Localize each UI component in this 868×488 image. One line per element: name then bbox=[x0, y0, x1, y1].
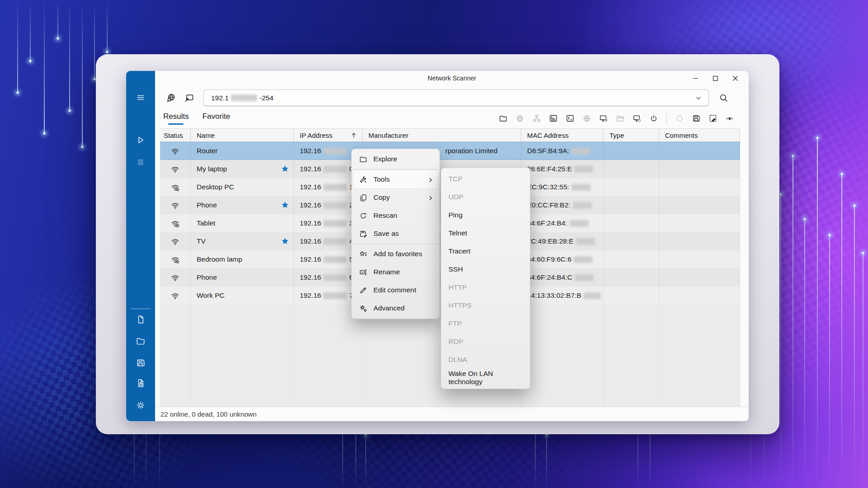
minimize-button[interactable] bbox=[688, 72, 703, 84]
rescan-icon bbox=[359, 211, 368, 220]
type-cell bbox=[604, 142, 659, 160]
name-cell: My laptop bbox=[191, 160, 294, 178]
advanced-icon bbox=[359, 304, 368, 313]
menu-item-save-as[interactable]: Save as bbox=[354, 225, 438, 243]
submenu-item-rdp: RDP bbox=[443, 333, 528, 351]
chevron-right-icon bbox=[426, 176, 435, 184]
name-cell: TV bbox=[191, 232, 294, 250]
submenu-item-tracert[interactable]: Tracert bbox=[443, 242, 528, 260]
sidebar-pause-scan-button bbox=[126, 153, 155, 171]
sidebar-new-file-button[interactable] bbox=[126, 310, 155, 328]
redacted-ip bbox=[323, 292, 347, 299]
globe-arrow-icon bbox=[515, 114, 524, 123]
light-beam bbox=[780, 194, 781, 488]
edit-icon bbox=[359, 286, 368, 295]
column-header-name[interactable]: Name bbox=[191, 129, 294, 141]
column-header-mac-address[interactable]: MAC Address bbox=[521, 129, 604, 141]
menu-item-copy[interactable]: Copy bbox=[354, 188, 438, 206]
terminal-icon bbox=[566, 114, 575, 123]
device-name: Work PC bbox=[197, 291, 225, 300]
toolbar-clear-results-button[interactable] bbox=[706, 112, 720, 125]
status-bar-text: 22 online, 0 dead, 100 unknown bbox=[160, 410, 257, 418]
menu-item-label: Add to favorites bbox=[373, 250, 422, 258]
column-header-status[interactable]: Status bbox=[160, 129, 191, 141]
menu-item-label: Save as bbox=[373, 230, 399, 238]
menu-item-tools[interactable]: Tools bbox=[354, 170, 438, 188]
menu-item-explore[interactable]: Explore bbox=[354, 150, 438, 168]
toolbar-add-device-button[interactable] bbox=[630, 112, 644, 125]
device-name: Phone bbox=[197, 273, 217, 282]
menu-item-advanced[interactable]: Advanced bbox=[354, 299, 438, 317]
wifi-icon bbox=[170, 237, 180, 246]
file-report-icon bbox=[136, 378, 146, 388]
column-header-comments[interactable]: Comments bbox=[659, 129, 740, 141]
wifi-off-icon bbox=[170, 255, 180, 264]
sidebar-settings-button[interactable] bbox=[126, 396, 155, 414]
tab-results[interactable]: Results bbox=[162, 111, 190, 127]
sidebar-start-scan-button[interactable] bbox=[126, 131, 155, 149]
close-button[interactable] bbox=[728, 72, 742, 84]
copy-icon bbox=[359, 193, 368, 202]
menu-item-edit-comment[interactable]: Edit comment bbox=[354, 281, 438, 299]
comments-cell bbox=[659, 160, 740, 178]
comments-cell bbox=[659, 178, 740, 196]
maximize-button[interactable] bbox=[708, 72, 722, 84]
menu-item-rescan[interactable]: Rescan bbox=[354, 206, 438, 225]
redacted-ip bbox=[323, 184, 347, 191]
submenu-item-telnet[interactable]: Telnet bbox=[443, 224, 528, 242]
submenu-item-tcp: TCP bbox=[443, 170, 528, 188]
column-label: Type bbox=[609, 131, 624, 139]
column-header-type[interactable]: Type bbox=[604, 129, 659, 141]
menu-divider bbox=[352, 244, 439, 244]
toolbar-remote-security-button[interactable] bbox=[597, 112, 610, 125]
toolbar-scan-progress-button bbox=[673, 112, 686, 125]
toolbar-ssh-button[interactable]: SSH bbox=[547, 112, 560, 125]
column-separator bbox=[190, 305, 191, 407]
tab-favorite[interactable]: Favorite bbox=[202, 111, 231, 127]
toolbar-save-results-button[interactable] bbox=[689, 112, 703, 125]
eye-icon bbox=[725, 114, 734, 123]
device-name: Tablet bbox=[197, 219, 215, 227]
sidebar-export-report-button[interactable] bbox=[126, 374, 155, 392]
name-cell: Phone bbox=[191, 196, 294, 214]
status-cell bbox=[160, 160, 191, 178]
toolbar-view-options-button[interactable] bbox=[723, 112, 736, 125]
search-button[interactable] bbox=[718, 93, 729, 103]
toolbar-power-control-button[interactable] bbox=[647, 112, 660, 125]
menu-item-add-to-favorites[interactable]: Add to favorites bbox=[354, 245, 438, 263]
type-cell bbox=[604, 214, 659, 232]
scan-ip-range-button[interactable] bbox=[166, 93, 176, 103]
maximize-icon bbox=[711, 74, 720, 83]
monitor-plus-icon bbox=[632, 114, 642, 123]
toolbar-terminal-button[interactable] bbox=[563, 112, 577, 125]
ip-range-input[interactable]: 192.1 -254 bbox=[203, 89, 709, 106]
light-beam bbox=[17, 0, 18, 93]
column-label: IP Address bbox=[300, 131, 332, 139]
toolbar-explore-button[interactable] bbox=[496, 112, 510, 125]
column-separator bbox=[293, 305, 294, 407]
status-cell bbox=[160, 268, 191, 286]
submenu-item-wake-on-lan-technology[interactable]: Wake On LAN technology bbox=[443, 369, 528, 387]
redacted-ip bbox=[323, 166, 347, 173]
column-separator bbox=[603, 305, 604, 407]
table-row[interactable]: Router192.16rporation LimitedD6:5F:B4:9A… bbox=[160, 142, 740, 160]
address-dropdown-button[interactable] bbox=[694, 94, 703, 103]
remote-scan-button[interactable] bbox=[184, 93, 194, 103]
globe-search-icon bbox=[166, 93, 176, 103]
sidebar-open-file-button[interactable] bbox=[126, 332, 155, 350]
mac-cell: E0:CC:F8:B2: bbox=[521, 196, 604, 214]
submenu-item-ping[interactable]: Ping bbox=[443, 206, 528, 224]
submenu-item-ssh[interactable]: SSH bbox=[443, 260, 528, 278]
desktop-background: { "window": { "title": "Network Scanner"… bbox=[0, 0, 868, 488]
name-cell: Desktop PC bbox=[191, 178, 294, 196]
favorites-add-icon bbox=[359, 250, 368, 258]
spinner-icon bbox=[675, 114, 684, 123]
redacted-ip bbox=[323, 220, 347, 227]
menu-item-rename[interactable]: ARename bbox=[354, 263, 438, 281]
sidebar-save-file-button[interactable] bbox=[126, 354, 155, 372]
column-header-ip-address[interactable]: IP Address bbox=[294, 129, 363, 141]
redacted-mac bbox=[576, 238, 595, 245]
column-header-manufacturer[interactable]: Manufacturer bbox=[363, 129, 521, 141]
sidebar-menu-button[interactable] bbox=[126, 89, 155, 107]
comments-cell bbox=[659, 142, 740, 160]
